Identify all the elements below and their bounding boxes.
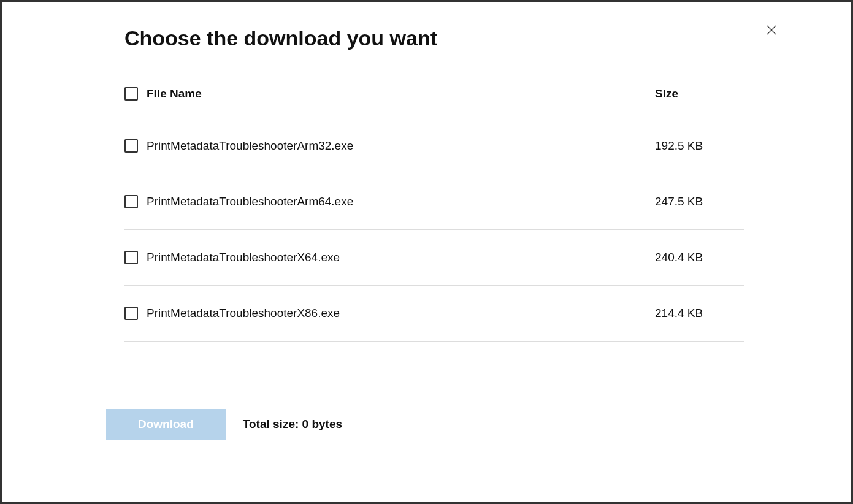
total-size-label: Total size: 0 bytes xyxy=(243,418,342,431)
file-size: 192.5 KB xyxy=(655,139,744,153)
table-row: PrintMetadataTroubleshooterArm64.exe 247… xyxy=(124,174,744,230)
file-checkbox[interactable] xyxy=(124,139,138,153)
close-icon xyxy=(767,25,776,35)
file-size: 214.4 KB xyxy=(655,307,744,320)
file-checkbox[interactable] xyxy=(124,195,138,208)
file-name: PrintMetadataTroubleshooterArm32.exe xyxy=(147,139,655,153)
file-checkbox[interactable] xyxy=(124,251,138,264)
column-header-name: File Name xyxy=(147,87,655,101)
table-row: PrintMetadataTroubleshooterX86.exe 214.4… xyxy=(124,286,744,342)
select-all-checkbox[interactable] xyxy=(124,87,138,101)
file-name: PrintMetadataTroubleshooterX86.exe xyxy=(147,307,655,320)
column-header-size: Size xyxy=(655,87,744,101)
dialog-title: Choose the download you want xyxy=(124,26,744,50)
file-size: 240.4 KB xyxy=(655,251,744,264)
download-button[interactable]: Download xyxy=(106,409,226,440)
file-size: 247.5 KB xyxy=(655,195,744,208)
download-dialog: Choose the download you want File Name S… xyxy=(2,2,851,464)
table-row: PrintMetadataTroubleshooterArm32.exe 192… xyxy=(124,118,744,174)
table-header: File Name Size xyxy=(124,87,744,118)
file-name: PrintMetadataTroubleshooterX64.exe xyxy=(147,251,655,264)
dialog-footer: Download Total size: 0 bytes xyxy=(106,409,744,440)
file-checkbox[interactable] xyxy=(124,307,138,320)
file-name: PrintMetadataTroubleshooterArm64.exe xyxy=(147,195,655,208)
close-button[interactable] xyxy=(765,24,778,36)
table-row: PrintMetadataTroubleshooterX64.exe 240.4… xyxy=(124,230,744,286)
